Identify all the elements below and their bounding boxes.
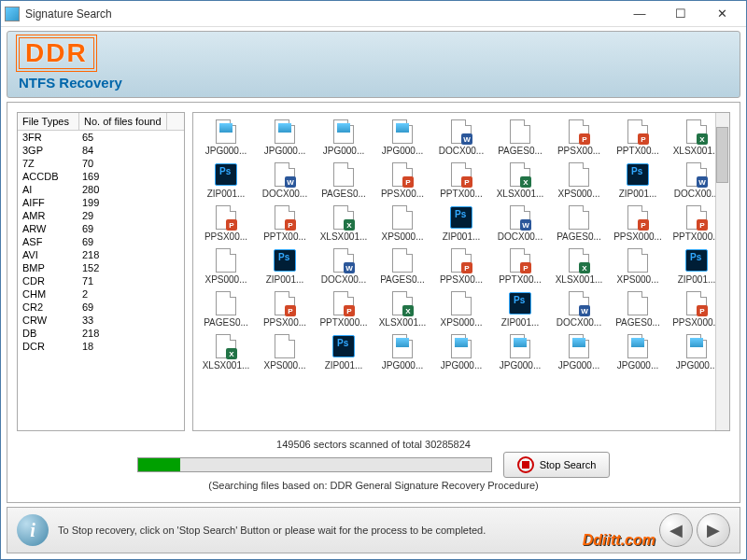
file-icon (389, 247, 416, 273)
file-item[interactable]: PAGES0... (550, 203, 608, 244)
close-button[interactable]: ✕ (701, 5, 742, 23)
file-types-panel: File Types No. of files found 3FR653GP84… (17, 112, 185, 431)
file-item[interactable]: JPG000... (256, 117, 314, 158)
file-label: PAGES0... (321, 189, 366, 199)
file-item[interactable]: XPS000... (432, 288, 490, 329)
file-icon: P (625, 204, 651, 231)
file-item[interactable]: PPPTX00... (432, 160, 490, 201)
file-item[interactable]: PAGES0... (609, 288, 667, 329)
file-item[interactable]: PPPSX00... (197, 203, 255, 244)
scrollbar-vertical[interactable] (715, 113, 729, 430)
file-icon: W (566, 290, 592, 316)
file-icon: W (684, 161, 710, 188)
file-item[interactable]: XPS000... (374, 203, 431, 244)
file-count-cell: 18 (82, 341, 93, 352)
file-type-row[interactable]: AIFF199 (18, 196, 184, 209)
file-item[interactable]: XXLSX001... (550, 245, 608, 287)
file-type-row[interactable]: CRW33 (18, 314, 184, 327)
file-type-row[interactable]: ARW69 (18, 222, 184, 235)
file-item[interactable]: JPG000... (432, 331, 490, 372)
file-type-cell: DCR (22, 341, 82, 352)
progress-row: Stop Search (24, 452, 723, 478)
file-types-header: File Types No. of files found (18, 113, 184, 131)
file-item[interactable]: JPG000... (374, 331, 431, 372)
file-item[interactable]: PPPTX00... (609, 117, 667, 158)
file-item[interactable]: XXLSX001... (491, 160, 549, 201)
file-type-row[interactable]: 3FR65 (18, 131, 184, 144)
file-icon (625, 161, 651, 188)
maximize-button[interactable]: ☐ (660, 5, 701, 23)
file-item[interactable]: PAGES0... (491, 117, 549, 158)
file-label: ZIP001... (266, 274, 304, 285)
file-icon (507, 333, 533, 359)
minimize-button[interactable]: — (619, 5, 660, 23)
file-icon: W (507, 204, 533, 231)
file-type-row[interactable]: 7Z70 (18, 157, 184, 170)
file-item[interactable]: PPPTX00... (491, 245, 549, 287)
file-type-row[interactable]: AVI218 (18, 248, 184, 261)
file-types-list[interactable]: 3FR653GP847Z70ACCDB169AI280AIFF199AMR29A… (18, 131, 184, 430)
file-item[interactable]: WDOCX00... (550, 288, 608, 329)
file-item[interactable]: ZIP001... (609, 160, 667, 201)
file-item[interactable]: XXLSX001... (197, 331, 255, 372)
logo: DDR (19, 37, 94, 69)
file-item[interactable]: PPPSX000... (609, 203, 667, 244)
file-item[interactable]: XPS000... (550, 160, 608, 201)
nav-arrows: ◀ ▶ (659, 513, 730, 547)
stop-search-button[interactable]: Stop Search (503, 452, 611, 478)
file-item[interactable]: JPG000... (491, 331, 549, 372)
back-button[interactable]: ◀ (659, 513, 693, 547)
file-type-row[interactable]: CR269 (18, 301, 184, 314)
file-item[interactable]: ZIP001... (491, 288, 549, 329)
file-item[interactable]: JPG000... (374, 117, 431, 158)
file-type-cell: DB (22, 328, 82, 339)
file-label: ZIP001... (678, 274, 716, 285)
file-type-row[interactable]: ACCDB169 (18, 170, 184, 183)
file-item[interactable]: XPS000... (197, 245, 255, 287)
file-label: PPSX00... (204, 231, 247, 242)
file-item[interactable]: PPPSX00... (432, 245, 490, 287)
file-item[interactable]: WDOCX00... (256, 160, 314, 201)
file-type-row[interactable]: BMP152 (18, 261, 184, 274)
file-item[interactable]: JPG000... (609, 331, 667, 372)
file-item[interactable]: PPPSX00... (374, 160, 431, 201)
file-item[interactable]: PPPSX00... (256, 288, 314, 329)
file-item[interactable]: PAGES0... (315, 160, 373, 201)
file-item[interactable]: PAGES0... (197, 288, 255, 329)
file-item[interactable]: ZIP001... (432, 203, 490, 244)
scrollbar-thumb[interactable] (716, 127, 728, 183)
file-type-row[interactable]: AI280 (18, 183, 184, 196)
file-item[interactable]: PAGES0... (374, 245, 431, 287)
file-item[interactable]: XXLSX001... (315, 203, 373, 244)
file-type-row[interactable]: DCR18 (18, 340, 184, 353)
file-type-row[interactable]: 3GP84 (18, 144, 184, 157)
file-item[interactable]: WDOCX00... (491, 203, 549, 244)
file-icon: X (213, 333, 239, 359)
file-grid: JPG000...JPG000...JPG000...JPG000...WDOC… (197, 117, 726, 372)
file-count-cell: 152 (82, 262, 99, 273)
file-item[interactable]: XXLSX001... (374, 288, 431, 329)
file-item[interactable]: XPS000... (256, 331, 314, 372)
file-item[interactable]: PPPTX000... (315, 288, 373, 329)
file-item[interactable]: JPG000... (197, 117, 255, 158)
file-item[interactable]: JPG000... (315, 117, 373, 158)
file-item[interactable]: ZIP001... (256, 245, 314, 287)
file-item[interactable]: PPPSX00... (550, 117, 608, 158)
file-type-row[interactable]: CDR71 (18, 274, 184, 287)
file-type-row[interactable]: AMR29 (18, 209, 184, 222)
file-icon (331, 119, 357, 145)
file-label: ZIP001... (207, 189, 246, 199)
file-type-row[interactable]: DB218 (18, 327, 184, 340)
file-item[interactable]: PPPTX00... (256, 203, 314, 244)
file-item[interactable]: JPG000... (550, 331, 608, 372)
file-label: ZIP001... (501, 317, 540, 328)
file-label: PAGES0... (615, 317, 660, 328)
file-item[interactable]: ZIP001... (197, 160, 255, 201)
file-item[interactable]: WDOCX00... (315, 245, 373, 287)
file-item[interactable]: XPS000... (609, 245, 667, 287)
file-type-row[interactable]: ASF69 (18, 235, 184, 248)
file-type-row[interactable]: CHM2 (18, 287, 184, 301)
file-item[interactable]: WDOCX00... (432, 117, 490, 158)
forward-button[interactable]: ▶ (697, 513, 730, 547)
file-item[interactable]: ZIP001... (315, 331, 373, 372)
